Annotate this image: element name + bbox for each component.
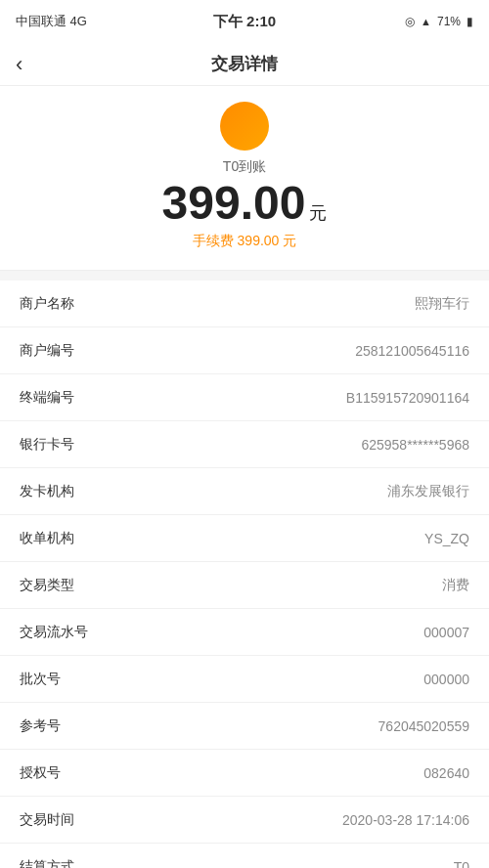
table-row: 批次号000000 [0, 656, 489, 703]
detail-key: 交易时间 [20, 811, 74, 829]
table-row: 发卡机构浦东发展银行 [0, 468, 489, 515]
table-row: 交易时间2020-03-28 17:14:06 [0, 797, 489, 844]
detail-value: 625958******5968 [361, 437, 469, 453]
detail-key: 银行卡号 [20, 436, 74, 454]
detail-key: 批次号 [20, 671, 61, 688]
transaction-header: T0到账 399.00 元 手续费 399.00 元 [0, 86, 489, 271]
signal-icon: ▲ [421, 16, 431, 27]
table-row: 商户名称熙翔车行 [0, 281, 489, 327]
detail-value: 消费 [442, 577, 469, 594]
location-icon: ◎ [405, 15, 415, 28]
table-row: 终端编号B115915720901164 [0, 374, 489, 421]
detail-value: 000000 [423, 672, 469, 687]
table-row: 参考号762045020559 [0, 703, 489, 750]
detail-key: 交易流水号 [20, 624, 88, 641]
table-row: 交易流水号000007 [0, 609, 489, 656]
amount-row: 399.00 元 [162, 180, 328, 227]
status-right: ◎ ▲ 71% ▮ [405, 15, 473, 28]
carrier-label: 中国联通 4G [16, 13, 87, 30]
amount-unit: 元 [309, 201, 327, 225]
detail-key: 结算方式 [20, 858, 74, 869]
detail-key: 发卡机构 [20, 483, 74, 500]
fee-label: 手续费 399.00 元 [193, 233, 297, 250]
detail-value: 000007 [423, 625, 469, 640]
detail-key: 商户编号 [20, 342, 74, 360]
detail-value: B115915720901164 [346, 390, 469, 406]
table-row: 授权号082640 [0, 750, 489, 797]
detail-value: 082640 [423, 765, 469, 781]
status-time: 下午 2:10 [213, 13, 276, 31]
status-left: 中国联通 4G [16, 13, 87, 30]
detail-value: YS_ZQ [424, 531, 469, 546]
detail-key: 交易类型 [20, 577, 74, 594]
merchant-avatar [220, 102, 269, 151]
detail-key: 收单机构 [20, 530, 74, 547]
detail-value: 浦东发展银行 [387, 483, 469, 500]
page-title: 交易详情 [211, 53, 278, 75]
detail-key: 终端编号 [20, 389, 74, 407]
battery-icon: ▮ [467, 15, 473, 28]
nav-bar: ‹ 交易详情 [0, 43, 489, 86]
detail-value: 258121005645116 [355, 343, 469, 359]
detail-value: 762045020559 [378, 718, 469, 734]
amount-value: 399.00 [162, 180, 306, 227]
detail-list: 商户名称熙翔车行商户编号258121005645116终端编号B11591572… [0, 281, 489, 868]
table-row: 结算方式T0 [0, 844, 489, 868]
detail-value: 熙翔车行 [415, 295, 469, 313]
detail-key: 授权号 [20, 764, 61, 782]
table-row: 交易类型消费 [0, 562, 489, 609]
status-bar: 中国联通 4G 下午 2:10 ◎ ▲ 71% ▮ [0, 0, 489, 43]
detail-key: 商户名称 [20, 295, 74, 313]
detail-value: T0 [454, 859, 469, 869]
detail-value: 2020-03-28 17:14:06 [342, 812, 469, 828]
detail-key: 参考号 [20, 717, 61, 735]
back-button[interactable]: ‹ [16, 52, 22, 77]
arrival-label: T0到账 [223, 158, 266, 176]
table-row: 银行卡号625958******5968 [0, 421, 489, 468]
battery-label: 71% [437, 15, 461, 28]
table-row: 商户编号258121005645116 [0, 327, 489, 374]
table-row: 收单机构YS_ZQ [0, 515, 489, 562]
